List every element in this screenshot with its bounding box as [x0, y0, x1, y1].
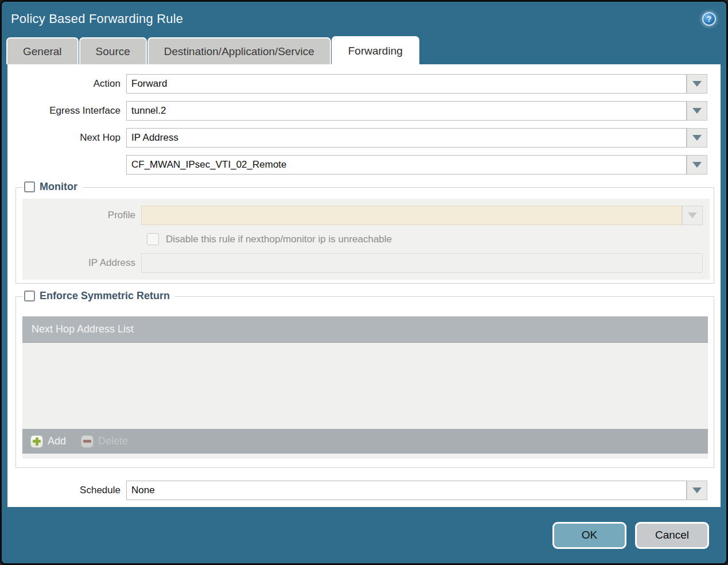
egress-interface-dropdown[interactable]: tunnel.2 [126, 101, 707, 121]
next-hop-address-list-toolbar: Add Delete [22, 429, 708, 454]
policy-based-forwarding-dialog: Policy Based Forwarding Rule ? General S… [0, 0, 728, 565]
monitor-fieldset: Monitor Profile Disable this rule if nex… [15, 187, 714, 284]
schedule-dropdown-button[interactable] [687, 481, 707, 500]
monitor-label: Monitor [40, 181, 77, 193]
schedule-row: Schedule None [7, 481, 721, 500]
action-label: Action [7, 78, 126, 90]
chevron-down-icon [692, 162, 702, 168]
profile-dropdown [141, 206, 703, 225]
monitor-checkbox[interactable] [24, 181, 35, 192]
egress-interface-label: Egress Interface [7, 105, 126, 117]
action-dropdown[interactable]: Forward [126, 74, 707, 94]
chevron-down-icon [692, 487, 702, 493]
enforce-symmetric-return-checkbox[interactable] [24, 291, 35, 301]
chevron-down-icon [692, 135, 702, 141]
dialog-titlebar: Policy Based Forwarding Rule ? [2, 2, 726, 36]
next-hop-label: Next Hop [7, 132, 126, 144]
disable-rule-checkbox [147, 233, 159, 245]
next-hop-address-dropdown[interactable]: CF_MWAN_IPsec_VTI_02_Remote [126, 155, 707, 175]
schedule-dropdown[interactable]: None [126, 481, 707, 500]
dialog-footer: OK Cancel [2, 507, 726, 563]
profile-row: Profile [22, 206, 706, 225]
chevron-down-icon [692, 81, 702, 87]
next-hop-type-dropdown-button[interactable] [687, 128, 707, 148]
disable-rule-label: Disable this rule if nexthop/monitor ip … [166, 234, 392, 245]
tab-source[interactable]: Source [79, 37, 147, 64]
ok-button[interactable]: OK [552, 522, 626, 549]
schedule-label: Schedule [7, 485, 126, 496]
action-dropdown-button[interactable] [687, 74, 707, 94]
add-button-label: Add [48, 435, 66, 447]
table-bottom-strip [22, 454, 708, 459]
profile-label: Profile [22, 210, 141, 221]
next-hop-address-list-table: Next Hop Address List Add Delete [22, 316, 708, 459]
disable-rule-row: Disable this rule if nexthop/monitor ip … [147, 233, 706, 245]
monitor-ip-address-value [141, 253, 703, 273]
next-hop-address-list-header-label: Next Hop Address List [32, 323, 134, 335]
tab-content-forwarding: Action Forward Egress Interface tunnel.2… [7, 64, 721, 507]
monitor-ip-address-row: IP Address [22, 253, 706, 273]
monitor-ip-address-field [141, 253, 703, 273]
tab-general[interactable]: General [6, 37, 79, 64]
next-hop-address-list-header: Next Hop Address List [22, 316, 708, 343]
add-plus-icon [30, 435, 43, 448]
schedule-value[interactable]: None [126, 481, 687, 500]
profile-value [141, 206, 682, 225]
chevron-down-icon [692, 108, 702, 114]
next-hop-address-value[interactable]: CF_MWAN_IPsec_VTI_02_Remote [126, 155, 687, 175]
action-value[interactable]: Forward [126, 74, 687, 94]
tab-destination-application-service[interactable]: Destination/Application/Service [147, 37, 331, 64]
monitor-panel: Profile Disable this rule if nexthop/mon… [22, 199, 710, 280]
next-hop-address-list-body[interactable] [22, 343, 708, 429]
enforce-symmetric-return-label: Enforce Symmetric Return [40, 290, 170, 302]
tab-bar: General Source Destination/Application/S… [2, 36, 726, 64]
action-row: Action Forward [7, 74, 721, 94]
egress-interface-value[interactable]: tunnel.2 [126, 101, 687, 121]
add-button[interactable]: Add [30, 435, 66, 448]
egress-interface-row: Egress Interface tunnel.2 [7, 101, 721, 121]
next-hop-type-value[interactable]: IP Address [126, 128, 687, 148]
chevron-down-icon [688, 212, 697, 218]
help-icon[interactable]: ? [702, 12, 716, 26]
delete-button: Delete [81, 435, 128, 448]
monitor-ip-address-label: IP Address [22, 257, 141, 269]
egress-interface-dropdown-button[interactable] [687, 101, 707, 121]
next-hop-row: Next Hop IP Address [7, 128, 721, 148]
monitor-legend: Monitor [23, 181, 83, 193]
tab-forwarding[interactable]: Forwarding [332, 36, 419, 64]
profile-dropdown-button [682, 206, 703, 225]
dialog-title: Policy Based Forwarding Rule [11, 11, 183, 26]
enforce-symmetric-return-fieldset: Enforce Symmetric Return Next Hop Addres… [15, 296, 714, 468]
next-hop-address-dropdown-button[interactable] [687, 155, 707, 175]
enforce-symmetric-return-legend: Enforce Symmetric Return [23, 290, 175, 302]
next-hop-type-dropdown[interactable]: IP Address [126, 128, 707, 148]
delete-button-label: Delete [98, 435, 128, 447]
next-hop-address-row: CF_MWAN_IPsec_VTI_02_Remote [7, 155, 721, 175]
cancel-button[interactable]: Cancel [635, 522, 709, 549]
delete-minus-icon [81, 435, 94, 448]
